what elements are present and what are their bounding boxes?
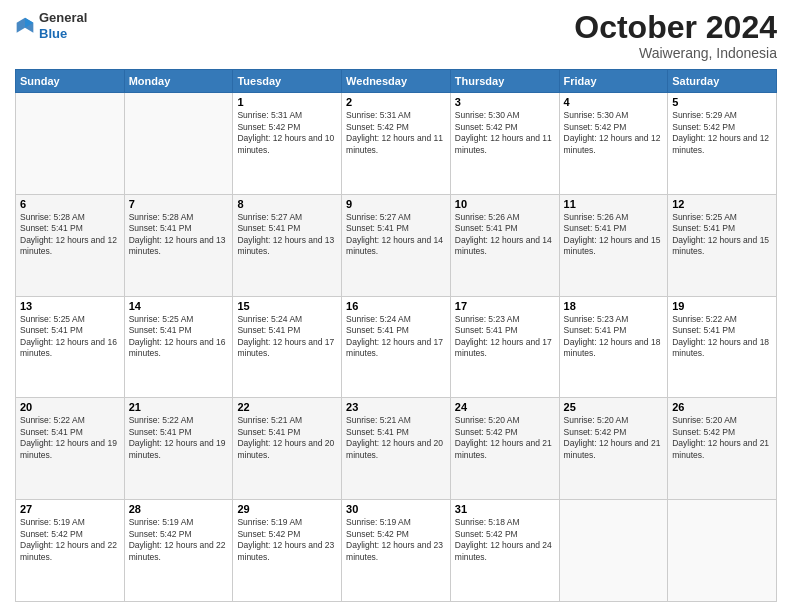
calendar-header-thursday: Thursday	[450, 70, 559, 93]
logo-blue: Blue	[39, 26, 67, 41]
calendar-cell: 12Sunrise: 5:25 AMSunset: 5:41 PMDayligh…	[668, 194, 777, 296]
calendar-header-row: SundayMondayTuesdayWednesdayThursdayFrid…	[16, 70, 777, 93]
day-number: 25	[564, 401, 664, 413]
day-number: 6	[20, 198, 120, 210]
day-info: Sunrise: 5:25 AMSunset: 5:41 PMDaylight:…	[20, 314, 120, 360]
day-number: 17	[455, 300, 555, 312]
logo-general: General	[39, 10, 87, 25]
calendar-cell: 4Sunrise: 5:30 AMSunset: 5:42 PMDaylight…	[559, 93, 668, 195]
day-info: Sunrise: 5:26 AMSunset: 5:41 PMDaylight:…	[455, 212, 555, 258]
day-number: 18	[564, 300, 664, 312]
calendar-cell: 2Sunrise: 5:31 AMSunset: 5:42 PMDaylight…	[342, 93, 451, 195]
day-info: Sunrise: 5:31 AMSunset: 5:42 PMDaylight:…	[237, 110, 337, 156]
calendar-week-3: 13Sunrise: 5:25 AMSunset: 5:41 PMDayligh…	[16, 296, 777, 398]
calendar-cell: 6Sunrise: 5:28 AMSunset: 5:41 PMDaylight…	[16, 194, 125, 296]
day-number: 9	[346, 198, 446, 210]
month-title: October 2024	[574, 10, 777, 45]
day-info: Sunrise: 5:23 AMSunset: 5:41 PMDaylight:…	[455, 314, 555, 360]
day-info: Sunrise: 5:22 AMSunset: 5:41 PMDaylight:…	[672, 314, 772, 360]
day-number: 22	[237, 401, 337, 413]
calendar-cell: 16Sunrise: 5:24 AMSunset: 5:41 PMDayligh…	[342, 296, 451, 398]
calendar-cell: 8Sunrise: 5:27 AMSunset: 5:41 PMDaylight…	[233, 194, 342, 296]
day-number: 16	[346, 300, 446, 312]
day-number: 19	[672, 300, 772, 312]
day-info: Sunrise: 5:21 AMSunset: 5:41 PMDaylight:…	[346, 415, 446, 461]
day-number: 20	[20, 401, 120, 413]
day-info: Sunrise: 5:21 AMSunset: 5:41 PMDaylight:…	[237, 415, 337, 461]
day-info: Sunrise: 5:28 AMSunset: 5:41 PMDaylight:…	[129, 212, 229, 258]
calendar-cell: 5Sunrise: 5:29 AMSunset: 5:42 PMDaylight…	[668, 93, 777, 195]
calendar-cell	[16, 93, 125, 195]
calendar-cell: 26Sunrise: 5:20 AMSunset: 5:42 PMDayligh…	[668, 398, 777, 500]
title-area: October 2024 Waiwerang, Indonesia	[574, 10, 777, 61]
calendar-cell: 14Sunrise: 5:25 AMSunset: 5:41 PMDayligh…	[124, 296, 233, 398]
day-number: 13	[20, 300, 120, 312]
day-info: Sunrise: 5:20 AMSunset: 5:42 PMDaylight:…	[564, 415, 664, 461]
calendar-cell: 7Sunrise: 5:28 AMSunset: 5:41 PMDaylight…	[124, 194, 233, 296]
header: General Blue October 2024 Waiwerang, Ind…	[15, 10, 777, 61]
calendar-cell: 30Sunrise: 5:19 AMSunset: 5:42 PMDayligh…	[342, 500, 451, 602]
calendar-cell: 1Sunrise: 5:31 AMSunset: 5:42 PMDaylight…	[233, 93, 342, 195]
day-number: 4	[564, 96, 664, 108]
day-number: 15	[237, 300, 337, 312]
calendar-cell	[668, 500, 777, 602]
logo: General Blue	[15, 10, 87, 41]
calendar-cell	[559, 500, 668, 602]
day-number: 29	[237, 503, 337, 515]
calendar-cell: 23Sunrise: 5:21 AMSunset: 5:41 PMDayligh…	[342, 398, 451, 500]
day-number: 31	[455, 503, 555, 515]
calendar-week-5: 27Sunrise: 5:19 AMSunset: 5:42 PMDayligh…	[16, 500, 777, 602]
day-number: 7	[129, 198, 229, 210]
day-info: Sunrise: 5:31 AMSunset: 5:42 PMDaylight:…	[346, 110, 446, 156]
day-info: Sunrise: 5:19 AMSunset: 5:42 PMDaylight:…	[129, 517, 229, 563]
day-info: Sunrise: 5:26 AMSunset: 5:41 PMDaylight:…	[564, 212, 664, 258]
calendar-header-saturday: Saturday	[668, 70, 777, 93]
day-number: 30	[346, 503, 446, 515]
calendar-header-sunday: Sunday	[16, 70, 125, 93]
day-info: Sunrise: 5:24 AMSunset: 5:41 PMDaylight:…	[237, 314, 337, 360]
calendar-week-2: 6Sunrise: 5:28 AMSunset: 5:41 PMDaylight…	[16, 194, 777, 296]
calendar-cell: 21Sunrise: 5:22 AMSunset: 5:41 PMDayligh…	[124, 398, 233, 500]
day-info: Sunrise: 5:25 AMSunset: 5:41 PMDaylight:…	[672, 212, 772, 258]
day-info: Sunrise: 5:22 AMSunset: 5:41 PMDaylight:…	[129, 415, 229, 461]
calendar-cell: 18Sunrise: 5:23 AMSunset: 5:41 PMDayligh…	[559, 296, 668, 398]
day-info: Sunrise: 5:27 AMSunset: 5:41 PMDaylight:…	[237, 212, 337, 258]
day-info: Sunrise: 5:18 AMSunset: 5:42 PMDaylight:…	[455, 517, 555, 563]
day-number: 10	[455, 198, 555, 210]
day-info: Sunrise: 5:27 AMSunset: 5:41 PMDaylight:…	[346, 212, 446, 258]
day-info: Sunrise: 5:29 AMSunset: 5:42 PMDaylight:…	[672, 110, 772, 156]
calendar-week-1: 1Sunrise: 5:31 AMSunset: 5:42 PMDaylight…	[16, 93, 777, 195]
calendar-cell: 31Sunrise: 5:18 AMSunset: 5:42 PMDayligh…	[450, 500, 559, 602]
day-number: 5	[672, 96, 772, 108]
day-number: 12	[672, 198, 772, 210]
day-info: Sunrise: 5:19 AMSunset: 5:42 PMDaylight:…	[20, 517, 120, 563]
calendar-cell: 20Sunrise: 5:22 AMSunset: 5:41 PMDayligh…	[16, 398, 125, 500]
day-info: Sunrise: 5:22 AMSunset: 5:41 PMDaylight:…	[20, 415, 120, 461]
day-number: 11	[564, 198, 664, 210]
day-number: 23	[346, 401, 446, 413]
day-number: 14	[129, 300, 229, 312]
day-info: Sunrise: 5:19 AMSunset: 5:42 PMDaylight:…	[237, 517, 337, 563]
calendar-header-monday: Monday	[124, 70, 233, 93]
day-number: 27	[20, 503, 120, 515]
location: Waiwerang, Indonesia	[574, 45, 777, 61]
calendar-header-tuesday: Tuesday	[233, 70, 342, 93]
day-number: 26	[672, 401, 772, 413]
logo-icon	[15, 16, 35, 36]
calendar-header-friday: Friday	[559, 70, 668, 93]
calendar-cell: 15Sunrise: 5:24 AMSunset: 5:41 PMDayligh…	[233, 296, 342, 398]
calendar-cell: 25Sunrise: 5:20 AMSunset: 5:42 PMDayligh…	[559, 398, 668, 500]
calendar-cell: 9Sunrise: 5:27 AMSunset: 5:41 PMDaylight…	[342, 194, 451, 296]
logo-text: General Blue	[39, 10, 87, 41]
day-info: Sunrise: 5:25 AMSunset: 5:41 PMDaylight:…	[129, 314, 229, 360]
calendar-cell: 17Sunrise: 5:23 AMSunset: 5:41 PMDayligh…	[450, 296, 559, 398]
day-number: 2	[346, 96, 446, 108]
calendar-cell: 22Sunrise: 5:21 AMSunset: 5:41 PMDayligh…	[233, 398, 342, 500]
day-number: 28	[129, 503, 229, 515]
day-number: 21	[129, 401, 229, 413]
calendar-cell: 29Sunrise: 5:19 AMSunset: 5:42 PMDayligh…	[233, 500, 342, 602]
calendar-cell: 13Sunrise: 5:25 AMSunset: 5:41 PMDayligh…	[16, 296, 125, 398]
day-info: Sunrise: 5:20 AMSunset: 5:42 PMDaylight:…	[672, 415, 772, 461]
day-info: Sunrise: 5:30 AMSunset: 5:42 PMDaylight:…	[455, 110, 555, 156]
day-number: 3	[455, 96, 555, 108]
